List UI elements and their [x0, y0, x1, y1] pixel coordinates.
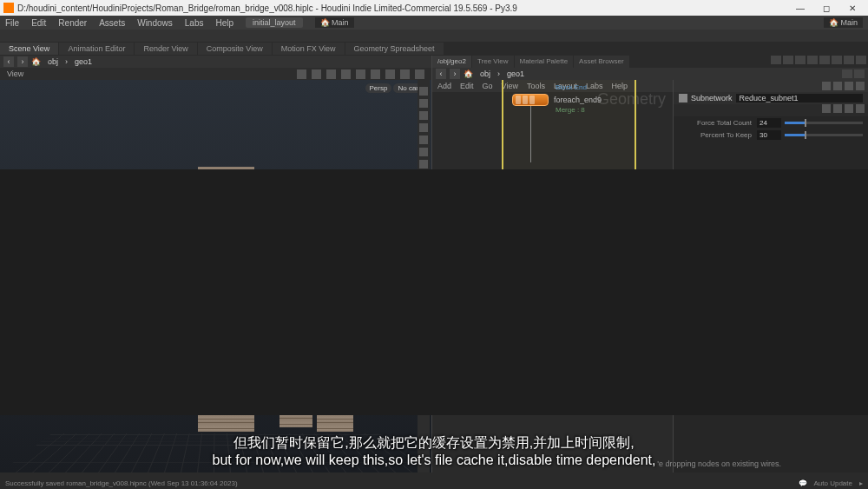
net-opt-icon[interactable] — [783, 56, 793, 64]
params-header — [674, 80, 868, 92]
vp-tool-icon[interactable] — [297, 69, 306, 79]
vp-tool-icon[interactable] — [400, 69, 410, 79]
menu-file[interactable]: File — [5, 18, 19, 28]
nav-fwd-icon[interactable]: › — [450, 69, 460, 79]
tab-render-view[interactable]: Render View — [135, 43, 196, 55]
vp-side-icon[interactable] — [419, 135, 428, 144]
path-right-icon[interactable] — [854, 69, 865, 78]
chat-icon[interactable]: 💬 — [799, 479, 807, 487]
node-info-label: Merge : 8 — [556, 106, 585, 114]
main-context[interactable]: 🏠 Main — [315, 17, 354, 28]
vp-side-icon[interactable] — [419, 111, 428, 120]
minimize-button[interactable]: — — [788, 2, 812, 14]
tab-tree-view[interactable]: Tree View — [472, 56, 514, 68]
tab-asset-browser[interactable]: Asset Browser — [574, 56, 629, 68]
help-icon[interactable] — [845, 82, 853, 90]
node-label: foreach_end9 — [554, 96, 602, 104]
title-path: D:/houdini_content/HoudiniProjects/Roman… — [17, 3, 788, 13]
node-type-icon — [679, 94, 687, 102]
param-label: Force Total Count — [679, 119, 757, 127]
update-mode[interactable]: Auto Update — [814, 479, 852, 487]
update-icon[interactable]: ▸ — [859, 479, 863, 487]
gear-icon[interactable] — [833, 82, 842, 90]
vp-side-icon[interactable] — [419, 123, 428, 132]
vp-tool-icon[interactable] — [415, 69, 424, 79]
net-opt-icon[interactable] — [819, 56, 830, 64]
menu-render[interactable]: Render — [58, 18, 87, 28]
tab-scene-view[interactable]: Scene View — [0, 43, 58, 55]
menubar: File Edit Render Assets Windows Labs Hel… — [0, 16, 868, 30]
net-menu-add[interactable]: Add — [437, 82, 451, 90]
nav-back-icon[interactable]: ‹ — [436, 69, 446, 79]
node-name-field[interactable]: Reduce_subnet1 — [736, 94, 863, 102]
left-path-bar: ‹ › 🏠 obj › geo1 — [0, 56, 431, 68]
vp-tool-icon[interactable] — [326, 69, 336, 79]
view-label: View — [7, 69, 23, 78]
pin-icon[interactable] — [822, 82, 831, 90]
param-tool-icon[interactable] — [845, 104, 853, 113]
param-label: Percent To Keep — [679, 131, 757, 139]
shelf-bar — [0, 30, 868, 42]
right-tab-row: /obj/geo2 Tree View Material Palette Ass… — [432, 56, 868, 68]
param-tool-icon[interactable] — [822, 104, 831, 113]
tab-material[interactable]: Material Palette — [515, 56, 574, 68]
net-opt-icon[interactable] — [795, 56, 806, 64]
net-menu-go[interactable]: Go — [483, 82, 493, 90]
path-right-icon[interactable] — [842, 69, 852, 78]
tab-composite[interactable]: Composite View — [198, 43, 272, 55]
param-value[interactable]: 30 — [757, 130, 781, 140]
param-value[interactable]: 24 — [757, 118, 781, 128]
params-empty-area — [0, 169, 868, 415]
persp-pill[interactable]: Persp — [365, 83, 392, 93]
vp-tool-icon[interactable] — [341, 69, 351, 79]
net-opt-icon[interactable] — [856, 56, 866, 64]
vp-tool-icon[interactable] — [312, 69, 321, 79]
app-icon — [3, 3, 14, 13]
left-tab-row: Scene View Animation Editor Render View … — [0, 42, 868, 56]
vp-tool-icon[interactable] — [356, 69, 365, 79]
path-obj[interactable]: obj — [477, 69, 494, 78]
desktop-select[interactable]: initial_layout — [246, 17, 303, 28]
menu-assets[interactable]: Assets — [99, 18, 125, 28]
menu-help[interactable]: Help — [215, 18, 233, 28]
tab-motion-fx[interactable]: Motion FX View — [273, 43, 345, 55]
param-slider[interactable] — [785, 122, 863, 124]
param-tool-icon[interactable] — [833, 104, 842, 113]
main-right[interactable]: 🏠 Main — [824, 17, 863, 28]
vp-tool-icon[interactable] — [385, 69, 395, 79]
param-slider[interactable] — [785, 134, 863, 136]
path-obj[interactable]: obj — [44, 57, 62, 66]
vp-side-icon[interactable] — [419, 148, 428, 156]
param-tool-icon[interactable] — [856, 104, 865, 113]
nav-fwd-icon[interactable]: › — [17, 56, 28, 67]
tab-obj-geo2[interactable]: /obj/geo2 — [432, 56, 471, 68]
path-geo1[interactable]: geo1 — [503, 69, 528, 78]
expand-icon[interactable] — [856, 82, 865, 90]
vp-side-icon[interactable] — [419, 99, 428, 108]
node-type-label: Subnetwork — [691, 94, 733, 102]
net-opt-icon[interactable] — [807, 56, 818, 64]
net-opt-icon[interactable] — [844, 56, 854, 64]
menu-edit[interactable]: Edit — [31, 18, 46, 28]
tab-geo-spreadsheet[interactable]: Geometry Spreadsheet — [345, 43, 444, 55]
node-foreach-end[interactable]: Block End foreach_end9 Merge : 8 — [512, 94, 602, 106]
nav-back-icon[interactable]: ‹ — [3, 56, 14, 67]
net-menu-edit[interactable]: Edit — [460, 82, 474, 90]
home-icon[interactable]: 🏠 — [464, 69, 473, 78]
home-icon[interactable]: 🏠 — [31, 57, 41, 66]
right-panel: /obj/geo2 Tree View Material Palette Ass… — [432, 56, 868, 472]
path-geo1[interactable]: geo1 — [71, 57, 95, 66]
vp-side-icon[interactable] — [419, 87, 428, 96]
menu-labs[interactable]: Labs — [185, 18, 204, 28]
vp-tool-icon[interactable] — [371, 69, 380, 79]
close-button[interactable]: ✕ — [840, 2, 865, 14]
view-label-bar: View — [0, 68, 431, 80]
menu-windows[interactable]: Windows — [137, 18, 173, 28]
params-node-row: Subnetwork Reduce_subnet1 — [674, 92, 868, 104]
net-opt-icon[interactable] — [832, 56, 842, 64]
vp-side-icon[interactable] — [419, 160, 428, 169]
maximize-button[interactable]: ◻ — [814, 2, 838, 14]
tab-anim-editor[interactable]: Animation Editor — [59, 43, 134, 55]
net-opt-icon[interactable] — [771, 56, 781, 64]
node-wire — [530, 102, 531, 162]
